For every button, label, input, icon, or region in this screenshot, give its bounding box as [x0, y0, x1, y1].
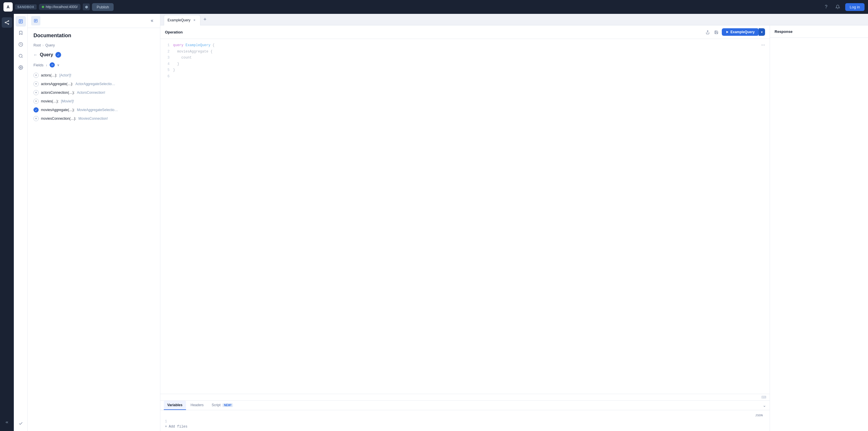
expand-button[interactable]: ∨ — [57, 63, 59, 67]
svg-point-12 — [20, 67, 21, 68]
field-name-movies-connection: moviesConnection(…): — [41, 117, 76, 121]
save-icon-button[interactable] — [713, 29, 719, 35]
script-tab-label: Script — [212, 403, 221, 407]
response-content — [770, 38, 868, 431]
run-button-group: ExampleQuery ▾ — [722, 28, 765, 36]
share-icon-button[interactable] — [705, 29, 711, 35]
code-line-2: 2 moviesAggregate { — [165, 49, 765, 55]
schema-icon-button[interactable] — [16, 418, 26, 429]
add-tab-button[interactable]: + — [201, 15, 209, 24]
breadcrumb-query[interactable]: Query — [45, 43, 55, 47]
line-number: 3 — [165, 55, 169, 61]
settings-icon-button[interactable] — [16, 62, 26, 73]
back-button[interactable]: ← — [33, 53, 37, 57]
help-icon-button[interactable]: ? — [822, 3, 830, 11]
doc-title: Documentation — [33, 33, 154, 39]
line-number: 4 — [165, 61, 169, 67]
svg-line-11 — [22, 57, 23, 58]
field-add-movies-button[interactable]: + — [33, 99, 39, 104]
response-header: Response — [770, 25, 868, 38]
main-area: ExampleQuery × + Operation — [160, 14, 868, 431]
code-content: } — [173, 61, 179, 67]
url-text: http://localhost:4000/ — [46, 5, 78, 9]
list-item: + movies(…): [Movie!]! — [33, 97, 154, 105]
code-content: } — [173, 67, 175, 73]
breadcrumb: Root › Query — [33, 43, 154, 47]
bookmark-icon-button[interactable] — [16, 28, 26, 38]
icon-bar — [0, 14, 14, 431]
query-selected-badge: ✓ — [55, 52, 61, 58]
field-deselect-movies-aggregate-button[interactable]: ✓ — [33, 107, 39, 113]
doc-panel: Documentation Root › Query ← Query ✓ Fie… — [28, 14, 160, 431]
more-options-button[interactable]: ··· — [760, 41, 766, 49]
field-add-actors-aggregate-button[interactable]: + — [33, 81, 39, 87]
fields-header: Fields ↓ − ∨ — [33, 62, 154, 67]
run-query-button[interactable]: ExampleQuery — [722, 28, 759, 36]
sort-button[interactable]: ↓ — [46, 63, 48, 67]
tab-bar: ExampleQuery × + — [160, 14, 868, 25]
field-add-movies-connection-button[interactable]: + — [33, 116, 39, 121]
field-add-actors-connection-button[interactable]: + — [33, 90, 39, 95]
settings-button[interactable] — [83, 3, 90, 10]
login-button[interactable]: Log in — [845, 3, 865, 11]
code-editor[interactable]: ··· 1 query ExampleQuery { 2 moviesAggre… — [160, 39, 770, 394]
collapse-variables-button[interactable]: ⌄ — [763, 403, 766, 408]
editor-more-menu: ··· — [760, 41, 766, 49]
doc-view-button[interactable] — [31, 16, 40, 25]
field-name-movies-aggregate: moviesAggregate(…): — [41, 108, 75, 112]
collapse-panel-button[interactable] — [149, 17, 157, 25]
line-number: 2 — [165, 49, 169, 55]
field-name-actors-aggregate: actorsAggregate(…): — [41, 82, 73, 86]
add-files-row[interactable]: + Add files — [165, 425, 765, 429]
notifications-icon-button[interactable] — [834, 3, 842, 11]
tab-script[interactable]: Script NEW! — [208, 401, 237, 410]
list-item: + moviesConnection(…): MoviesConnection! — [33, 114, 154, 123]
var-line-num: 1 — [165, 420, 167, 424]
deselect-all-button[interactable]: − — [50, 62, 55, 67]
publish-button[interactable]: Publish — [92, 3, 114, 11]
variable-line-1: 1 — [165, 420, 765, 424]
left-panel — [14, 14, 28, 431]
history-icon-button[interactable] — [16, 39, 26, 50]
tab-variables[interactable]: Variables — [164, 401, 186, 410]
url-bar: http://localhost:4000/ — [39, 4, 81, 10]
list-item: ✓ moviesAggregate(…): MovieAggregateSele… — [33, 105, 154, 114]
variables-tabs: Variables Headers Script NEW! ⌄ — [160, 401, 770, 410]
query-header: ← Query ✓ — [33, 52, 154, 58]
collapse-sidebar-button[interactable] — [2, 417, 12, 428]
code-content: moviesAggregate { — [173, 49, 213, 55]
example-query-tab[interactable]: ExampleQuery × — [164, 15, 200, 25]
graph-icon-button[interactable] — [2, 17, 12, 28]
sandbox-badge: SANDBOX — [15, 4, 37, 9]
list-item: + actors(…): [Actor!]! — [33, 71, 154, 80]
code-content: query ExampleQuery { — [173, 42, 215, 49]
svg-point-1 — [8, 21, 9, 21]
tab-headers[interactable]: Headers — [187, 401, 207, 410]
search-icon-button[interactable] — [16, 51, 26, 61]
field-type-actors: [Actor!]! — [59, 73, 71, 77]
layout: Documentation Root › Query ← Query ✓ Fie… — [0, 14, 868, 431]
tab-label: ExampleQuery — [167, 18, 190, 22]
add-files-label: Add files — [169, 425, 187, 429]
run-query-caret-button[interactable]: ▾ — [759, 28, 765, 36]
tab-close-button[interactable]: × — [192, 18, 197, 23]
breadcrumb-root[interactable]: Root — [33, 43, 41, 47]
code-line-6: 6 — [165, 73, 765, 80]
svg-marker-18 — [726, 31, 728, 33]
field-add-actors-button[interactable]: + — [33, 73, 39, 78]
field-name-actors: actors(…): — [41, 73, 57, 77]
field-type-movies: [Movie!]! — [61, 99, 74, 103]
docs-icon-button[interactable] — [16, 16, 26, 27]
json-format-label: JSON — [753, 412, 765, 418]
breadcrumb-separator: › — [42, 43, 43, 47]
add-files-plus-icon: + — [165, 425, 167, 429]
code-line-4: 4 } — [165, 61, 765, 67]
url-status-dot — [42, 6, 44, 8]
query-title: Query — [40, 52, 53, 57]
topbar-right: ? Log in — [822, 3, 865, 11]
operation-title: Operation — [165, 30, 702, 34]
svg-point-0 — [5, 22, 6, 23]
field-name-movies: movies(…): — [41, 99, 59, 103]
run-button-label: ExampleQuery — [731, 30, 755, 34]
fields-label: Fields — [33, 63, 43, 67]
